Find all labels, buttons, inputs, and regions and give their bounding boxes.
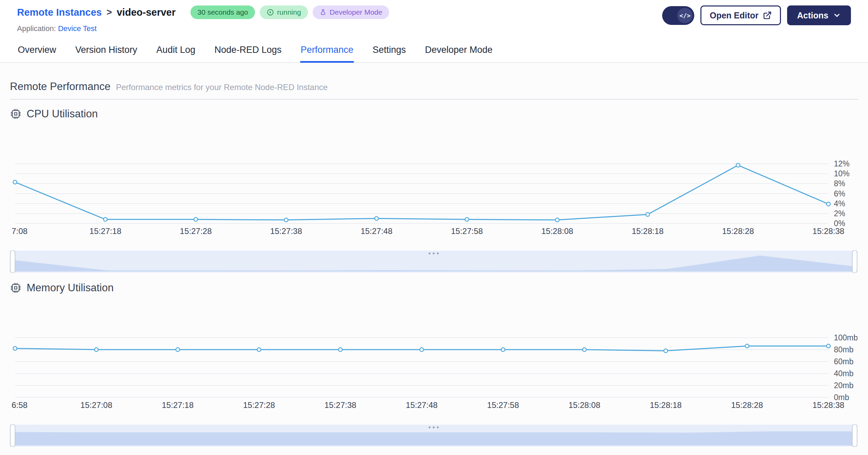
svg-text:20mb: 20mb bbox=[834, 381, 854, 390]
play-circle-icon bbox=[267, 9, 274, 16]
memory-chart-range-scrubber[interactable] bbox=[10, 424, 857, 447]
svg-text:15:27:48: 15:27:48 bbox=[360, 226, 392, 235]
breadcrumb-separator: > bbox=[106, 7, 112, 18]
svg-text:15:28:38: 15:28:38 bbox=[812, 400, 844, 409]
main-content: Remote Performance Performance metrics f… bbox=[0, 63, 868, 455]
svg-text:15:28:28: 15:28:28 bbox=[722, 226, 754, 235]
breadcrumb-remote-instances[interactable]: Remote Instances bbox=[17, 7, 102, 18]
tab-bar: Overview Version History Audit Log Node-… bbox=[0, 39, 868, 63]
tab-performance[interactable]: Performance bbox=[300, 39, 354, 62]
svg-text:6:58: 6:58 bbox=[12, 400, 28, 409]
brush-handle-right bbox=[852, 250, 857, 273]
last-seen-badge: 30 seconds ago bbox=[190, 5, 255, 19]
application-link[interactable]: Device Test bbox=[58, 24, 97, 33]
brush-handle-right bbox=[852, 424, 857, 447]
svg-text:15:28:08: 15:28:08 bbox=[568, 400, 600, 409]
svg-text:15:27:28: 15:27:28 bbox=[180, 226, 212, 235]
svg-text:15:28:18: 15:28:18 bbox=[650, 400, 682, 409]
memory-section-title: Memory Utilisation bbox=[27, 282, 114, 294]
memory-section-heading: Memory Utilisation bbox=[10, 282, 858, 294]
brush-handle-left bbox=[10, 250, 15, 273]
svg-text:100mb: 100mb bbox=[834, 333, 857, 342]
svg-text:8%: 8% bbox=[834, 179, 845, 188]
instance-name: video-server bbox=[117, 7, 176, 18]
actions-button[interactable]: Actions bbox=[787, 5, 851, 25]
tab-developer-mode[interactable]: Developer Mode bbox=[424, 39, 493, 62]
tab-version-history[interactable]: Version History bbox=[75, 39, 138, 62]
svg-text:15:27:28: 15:27:28 bbox=[243, 400, 275, 409]
svg-text:15:27:18: 15:27:18 bbox=[89, 226, 121, 235]
memory-chip-icon bbox=[10, 282, 22, 294]
svg-text:15:28:18: 15:28:18 bbox=[632, 226, 664, 235]
topbar-actions: </> Open Editor Actions bbox=[662, 5, 851, 25]
svg-text:15:27:58: 15:27:58 bbox=[451, 226, 483, 235]
cpu-section-heading: CPU Utilisation bbox=[10, 108, 858, 120]
svg-text:6%: 6% bbox=[834, 189, 845, 198]
page-heading: Remote Performance Performance metrics f… bbox=[10, 63, 858, 93]
brush-handle-left bbox=[10, 424, 15, 447]
svg-text:15:28:28: 15:28:28 bbox=[731, 400, 763, 409]
svg-text:15:28:08: 15:28:08 bbox=[541, 226, 573, 235]
memory-chart: 0mb20mb40mb60mb80mb100mb6:5815:27:0815:2… bbox=[10, 324, 857, 409]
breadcrumb: Remote Instances > video-server 30 secon… bbox=[17, 5, 389, 19]
svg-text:60mb: 60mb bbox=[834, 357, 854, 366]
developer-mode-label: Developer Mode bbox=[330, 8, 382, 16]
developer-mode-toggle[interactable]: </> bbox=[662, 6, 694, 25]
code-icon: </> bbox=[677, 8, 693, 23]
last-seen-label: 30 seconds ago bbox=[197, 8, 248, 16]
developer-mode-badge: Developer Mode bbox=[313, 5, 389, 19]
svg-text:15:27:58: 15:27:58 bbox=[487, 400, 519, 409]
topbar-left: Remote Instances > video-server 30 secon… bbox=[17, 5, 389, 33]
svg-text:7:08: 7:08 bbox=[12, 226, 28, 235]
tab-audit-log[interactable]: Audit Log bbox=[156, 39, 196, 62]
application-row: Application: Device Test bbox=[17, 24, 389, 33]
svg-text:10%: 10% bbox=[834, 169, 850, 178]
svg-text:15:27:38: 15:27:38 bbox=[324, 400, 356, 409]
application-label: Application: bbox=[17, 24, 56, 33]
cpu-chart: 0%2%4%6%8%10%12%7:0815:27:1815:27:2815:2… bbox=[10, 150, 857, 235]
tab-overview[interactable]: Overview bbox=[17, 39, 57, 62]
svg-text:15:27:38: 15:27:38 bbox=[270, 226, 302, 235]
svg-text:12%: 12% bbox=[834, 159, 850, 168]
page-subtitle: Performance metrics for your Remote Node… bbox=[116, 83, 328, 92]
cpu-chip-icon bbox=[10, 108, 22, 120]
chevron-down-icon bbox=[833, 11, 841, 19]
status-badge: running bbox=[260, 5, 308, 19]
external-link-icon bbox=[763, 11, 772, 20]
svg-text:15:27:08: 15:27:08 bbox=[81, 400, 112, 409]
svg-text:15:27:48: 15:27:48 bbox=[406, 400, 438, 409]
topbar: Remote Instances > video-server 30 secon… bbox=[0, 0, 868, 33]
heading-divider bbox=[10, 99, 858, 100]
flask-icon bbox=[319, 9, 327, 16]
svg-text:15:28:38: 15:28:38 bbox=[812, 226, 844, 235]
svg-text:15:27:18: 15:27:18 bbox=[162, 400, 194, 409]
cpu-chart-range-scrubber[interactable] bbox=[10, 250, 857, 273]
svg-text:40mb: 40mb bbox=[834, 369, 854, 378]
open-editor-button[interactable]: Open Editor bbox=[700, 5, 781, 25]
open-editor-label: Open Editor bbox=[710, 11, 758, 20]
memory-section: Memory Utilisation 0mb20mb40mb60mb80mb10… bbox=[10, 282, 858, 447]
tab-node-red-logs[interactable]: Node-RED Logs bbox=[214, 39, 282, 62]
cpu-section-title: CPU Utilisation bbox=[27, 108, 98, 120]
badge-group: 30 seconds ago running Developer Mode bbox=[190, 5, 389, 19]
svg-text:4%: 4% bbox=[834, 199, 845, 208]
actions-label: Actions bbox=[797, 11, 828, 20]
svg-text:2%: 2% bbox=[834, 209, 845, 218]
status-label: running bbox=[277, 8, 301, 16]
page-title: Remote Performance bbox=[10, 80, 111, 93]
tab-settings[interactable]: Settings bbox=[372, 39, 407, 62]
cpu-section: CPU Utilisation 0%2%4%6%8%10%12%7:0815:2… bbox=[10, 108, 858, 273]
svg-text:80mb: 80mb bbox=[834, 345, 854, 354]
